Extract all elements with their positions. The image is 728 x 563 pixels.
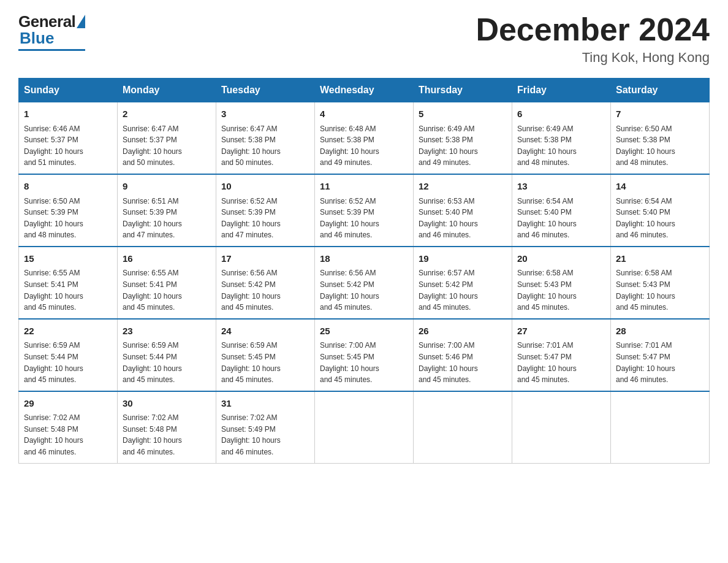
day-info: Sunrise: 6:56 AMSunset: 5:42 PMDaylight:… — [221, 267, 309, 313]
calendar-day-cell: 9Sunrise: 6:51 AMSunset: 5:39 PMDaylight… — [118, 174, 216, 247]
weekday-header-thursday: Thursday — [414, 79, 512, 102]
location-title: Ting Kok, Hong Kong — [476, 50, 710, 66]
day-info: Sunrise: 6:49 AMSunset: 5:38 PMDaylight:… — [517, 123, 605, 169]
weekday-header-tuesday: Tuesday — [216, 79, 315, 102]
calendar-week-row: 22Sunrise: 6:59 AMSunset: 5:44 PMDayligh… — [19, 319, 710, 391]
calendar-day-cell: 31Sunrise: 7:02 AMSunset: 5:49 PMDayligh… — [216, 391, 315, 463]
calendar-week-row: 1Sunrise: 6:46 AMSunset: 5:37 PMDaylight… — [19, 102, 710, 174]
calendar-day-cell: 1Sunrise: 6:46 AMSunset: 5:37 PMDaylight… — [19, 102, 118, 174]
day-number: 12 — [419, 180, 507, 194]
day-info: Sunrise: 7:02 AMSunset: 5:48 PMDaylight:… — [123, 412, 211, 458]
calendar-day-cell: 15Sunrise: 6:55 AMSunset: 5:41 PMDayligh… — [19, 247, 118, 319]
day-info: Sunrise: 7:02 AMSunset: 5:48 PMDaylight:… — [24, 412, 112, 458]
calendar-day-cell: 27Sunrise: 7:01 AMSunset: 5:47 PMDayligh… — [512, 319, 611, 391]
day-number: 27 — [517, 324, 605, 339]
day-info: Sunrise: 6:59 AMSunset: 5:44 PMDaylight:… — [123, 340, 211, 385]
day-number: 10 — [221, 180, 309, 194]
day-info: Sunrise: 6:58 AMSunset: 5:43 PMDaylight:… — [616, 267, 704, 313]
day-info: Sunrise: 6:47 AMSunset: 5:38 PMDaylight:… — [221, 123, 309, 169]
day-number: 25 — [320, 324, 408, 339]
calendar-table: SundayMondayTuesdayWednesdayThursdayFrid… — [18, 78, 710, 463]
day-number: 23 — [123, 324, 211, 339]
day-number: 16 — [123, 252, 211, 266]
day-info: Sunrise: 6:51 AMSunset: 5:39 PMDaylight:… — [123, 196, 211, 241]
day-number: 15 — [24, 252, 112, 266]
day-number: 17 — [221, 252, 309, 266]
day-number: 20 — [517, 252, 605, 266]
day-number: 2 — [123, 107, 211, 121]
day-number: 31 — [221, 397, 309, 411]
day-number: 19 — [419, 252, 507, 266]
day-number: 8 — [24, 180, 112, 194]
calendar-day-cell: 5Sunrise: 6:49 AMSunset: 5:38 PMDaylight… — [414, 102, 512, 174]
day-number: 18 — [320, 252, 408, 266]
day-info: Sunrise: 6:50 AMSunset: 5:39 PMDaylight:… — [24, 196, 112, 241]
calendar-day-cell: 18Sunrise: 6:56 AMSunset: 5:42 PMDayligh… — [315, 247, 414, 319]
day-info: Sunrise: 7:01 AMSunset: 5:47 PMDaylight:… — [616, 340, 704, 385]
calendar-day-cell: 4Sunrise: 6:48 AMSunset: 5:38 PMDaylight… — [315, 102, 414, 174]
day-info: Sunrise: 6:55 AMSunset: 5:41 PMDaylight:… — [123, 267, 211, 313]
weekday-header-monday: Monday — [118, 79, 216, 102]
day-number: 4 — [320, 107, 408, 121]
calendar-day-cell: 13Sunrise: 6:54 AMSunset: 5:40 PMDayligh… — [512, 174, 611, 247]
page-header: General Blue December 2024 Ting Kok, Hon… — [18, 12, 710, 66]
day-number: 29 — [24, 397, 112, 411]
day-number: 3 — [221, 107, 309, 121]
calendar-day-cell: 19Sunrise: 6:57 AMSunset: 5:42 PMDayligh… — [414, 247, 512, 319]
day-number: 1 — [24, 107, 112, 121]
logo-triangle-icon — [77, 15, 85, 28]
title-block: December 2024 Ting Kok, Hong Kong — [476, 12, 710, 66]
day-info: Sunrise: 6:48 AMSunset: 5:38 PMDaylight:… — [320, 123, 408, 169]
calendar-day-cell: 16Sunrise: 6:55 AMSunset: 5:41 PMDayligh… — [118, 247, 216, 319]
day-number: 13 — [517, 180, 605, 194]
calendar-week-row: 15Sunrise: 6:55 AMSunset: 5:41 PMDayligh… — [19, 247, 710, 319]
day-info: Sunrise: 6:56 AMSunset: 5:42 PMDaylight:… — [320, 267, 408, 313]
day-info: Sunrise: 6:59 AMSunset: 5:44 PMDaylight:… — [24, 340, 112, 385]
day-info: Sunrise: 6:59 AMSunset: 5:45 PMDaylight:… — [221, 340, 309, 385]
day-number: 24 — [221, 324, 309, 339]
day-number: 7 — [616, 107, 704, 121]
calendar-day-cell: 25Sunrise: 7:00 AMSunset: 5:45 PMDayligh… — [315, 319, 414, 391]
day-info: Sunrise: 6:50 AMSunset: 5:38 PMDaylight:… — [616, 123, 704, 169]
day-number: 21 — [616, 252, 704, 266]
calendar-day-cell: 12Sunrise: 6:53 AMSunset: 5:40 PMDayligh… — [414, 174, 512, 247]
day-info: Sunrise: 6:54 AMSunset: 5:40 PMDaylight:… — [517, 196, 605, 241]
calendar-day-cell: 24Sunrise: 6:59 AMSunset: 5:45 PMDayligh… — [216, 319, 315, 391]
calendar-day-cell: 10Sunrise: 6:52 AMSunset: 5:39 PMDayligh… — [216, 174, 315, 247]
calendar-day-cell — [315, 391, 414, 463]
calendar-day-cell: 11Sunrise: 6:52 AMSunset: 5:39 PMDayligh… — [315, 174, 414, 247]
day-number: 30 — [123, 397, 211, 411]
day-number: 5 — [419, 107, 507, 121]
day-info: Sunrise: 6:52 AMSunset: 5:39 PMDaylight:… — [320, 196, 408, 241]
calendar-week-row: 29Sunrise: 7:02 AMSunset: 5:48 PMDayligh… — [19, 391, 710, 463]
weekday-header-sunday: Sunday — [19, 79, 118, 102]
calendar-day-cell: 3Sunrise: 6:47 AMSunset: 5:38 PMDaylight… — [216, 102, 315, 174]
day-info: Sunrise: 6:55 AMSunset: 5:41 PMDaylight:… — [24, 267, 112, 313]
calendar-header-row: SundayMondayTuesdayWednesdayThursdayFrid… — [19, 79, 710, 102]
calendar-day-cell: 14Sunrise: 6:54 AMSunset: 5:40 PMDayligh… — [611, 174, 710, 247]
calendar-day-cell: 23Sunrise: 6:59 AMSunset: 5:44 PMDayligh… — [118, 319, 216, 391]
day-info: Sunrise: 6:57 AMSunset: 5:42 PMDaylight:… — [419, 267, 507, 313]
calendar-day-cell: 6Sunrise: 6:49 AMSunset: 5:38 PMDaylight… — [512, 102, 611, 174]
calendar-day-cell: 29Sunrise: 7:02 AMSunset: 5:48 PMDayligh… — [19, 391, 118, 463]
day-info: Sunrise: 6:47 AMSunset: 5:37 PMDaylight:… — [123, 123, 211, 169]
day-number: 6 — [517, 107, 605, 121]
calendar-week-row: 8Sunrise: 6:50 AMSunset: 5:39 PMDaylight… — [19, 174, 710, 247]
calendar-day-cell — [512, 391, 611, 463]
day-info: Sunrise: 7:02 AMSunset: 5:49 PMDaylight:… — [221, 412, 309, 458]
calendar-day-cell — [611, 391, 710, 463]
calendar-day-cell: 28Sunrise: 7:01 AMSunset: 5:47 PMDayligh… — [611, 319, 710, 391]
weekday-header-saturday: Saturday — [611, 79, 710, 102]
calendar-day-cell: 22Sunrise: 6:59 AMSunset: 5:44 PMDayligh… — [19, 319, 118, 391]
logo-blue-text: Blue — [20, 29, 54, 48]
weekday-header-friday: Friday — [512, 79, 611, 102]
day-number: 9 — [123, 180, 211, 194]
day-info: Sunrise: 7:01 AMSunset: 5:47 PMDaylight:… — [517, 340, 605, 385]
day-number: 11 — [320, 180, 408, 194]
calendar-day-cell: 7Sunrise: 6:50 AMSunset: 5:38 PMDaylight… — [611, 102, 710, 174]
calendar-day-cell: 2Sunrise: 6:47 AMSunset: 5:37 PMDaylight… — [118, 102, 216, 174]
day-number: 14 — [616, 180, 704, 194]
weekday-header-wednesday: Wednesday — [315, 79, 414, 102]
day-number: 22 — [24, 324, 112, 339]
logo-underline — [18, 49, 85, 51]
